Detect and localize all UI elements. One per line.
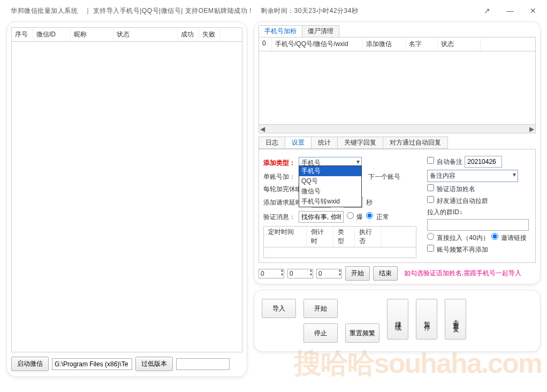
col-add: 添加微信 — [363, 37, 406, 51]
timer-table[interactable]: 定时时间 倒计时 类型 执行否 — [263, 226, 416, 258]
accounts-table[interactable]: 序号 微信ID 昵称 状态 成功 失败 — [11, 27, 242, 352]
big-start-button[interactable]: 开始 — [303, 299, 338, 318]
continue-button[interactable]: 继续 — [387, 299, 408, 340]
bottom-card: 导入 开始 停止 重置频繁 继续 暂停 去重复 — [254, 290, 541, 352]
left-panel: 序号 微信ID 昵称 状态 成功 失败 启动微信 过低版本 — [6, 21, 247, 377]
col-number: 手机号/QQ号/微信号/wxid — [272, 37, 363, 51]
path-input[interactable] — [52, 358, 132, 370]
horizontal-scrollbar[interactable]: ◀▶ — [259, 124, 535, 133]
big-stop-button[interactable]: 停止 — [303, 323, 338, 343]
subtab-settings[interactable]: 设置 — [285, 137, 312, 149]
reset-freq-button[interactable]: 重置频繁 — [345, 323, 379, 343]
verify-input[interactable] — [299, 211, 344, 223]
col-seq: 序号 — [12, 28, 33, 41]
opt-qq[interactable]: QQ号 — [299, 176, 361, 186]
bar-end-button[interactable]: 结束 — [373, 266, 398, 281]
tab-zombie[interactable]: 僵尸清理 — [302, 25, 339, 37]
subtab-log[interactable]: 日志 — [259, 137, 285, 149]
targets-table[interactable]: 0 手机号/QQ号/微信号/wxid 添加微信 名字 状态 ◀▶ — [259, 37, 536, 133]
col-ok: 成功 — [178, 28, 199, 41]
type-label: 添加类型： — [263, 159, 295, 168]
col-nick: 昵称 — [71, 28, 113, 41]
top-card: 手机号加粉 僵尸清理 0 手机号/QQ号/微信号/wxid 添加微信 名字 状态… — [254, 21, 541, 284]
opt-wxid[interactable]: 微信号 — [299, 186, 361, 197]
subtab-keyword[interactable]: 关键字回复 — [337, 137, 383, 149]
next-account-label: 下一个账号 — [368, 172, 400, 182]
opt-phone2wxid[interactable]: 手机号转wxid — [299, 197, 361, 207]
col-fail: 失败 — [199, 28, 221, 41]
direct-pull-radio[interactable]: 直接拉入（40内） — [427, 233, 489, 243]
per-account-label: 单账号加： — [263, 172, 295, 182]
col-state: 状态 — [113, 28, 178, 41]
col-wxid: 微信ID — [33, 28, 71, 41]
titlebar: 华邦微信批量加人系统 ｜ 支持导入手机号|QQ号|微信号| 支持OEM贴牌陆成功… — [0, 0, 547, 21]
spin-1[interactable]: 0 — [259, 269, 284, 278]
remark-content-select[interactable]: 备注内容 — [427, 170, 518, 182]
subtab-stats[interactable]: 统计 — [311, 137, 338, 149]
freq-stop-check[interactable]: 账号频繁不再添加 — [427, 245, 488, 254]
tab-phone-add[interactable]: 手机号加粉 — [259, 25, 302, 37]
dedup-button[interactable]: 去重复 — [445, 299, 466, 340]
group-id-label: 拉入的群ID↓ — [427, 208, 462, 217]
auto-group-check[interactable]: 好友通过自动拉群 — [427, 196, 488, 206]
close-icon[interactable]: ✕ — [530, 6, 536, 15]
rest-label: 每轮加完休眠 — [263, 185, 302, 194]
verify-name-check[interactable]: 验证语加姓名 — [427, 184, 475, 194]
type-dropdown[interactable]: 手机号 QQ号 微信号 手机号转wxid — [299, 165, 362, 207]
expand-icon[interactable]: ↗ — [484, 6, 490, 15]
spin-3[interactable]: 0 — [316, 269, 342, 278]
old-version-button[interactable]: 过低版本 — [135, 357, 173, 371]
window-controls: ↗ — ✕ — [484, 6, 536, 15]
bar-start-button[interactable]: 开始 — [345, 266, 370, 281]
radio-bao[interactable]: 爆 — [347, 212, 363, 222]
extra-input[interactable] — [176, 358, 230, 370]
start-wechat-button[interactable]: 启动微信 — [11, 357, 49, 371]
import-button[interactable]: 导入 — [262, 299, 296, 318]
invite-link-radio[interactable]: 邀请链接 — [491, 233, 527, 243]
radio-normal[interactable]: 正常 — [366, 212, 389, 222]
window-title: 华邦微信批量加人系统 ｜ 支持导入手机号|QQ号|微信号| 支持OEM贴牌陆成功… — [11, 6, 484, 16]
pink-note: 如勾选验证语加姓名,需跟手机号一起导入 — [404, 269, 521, 278]
auto-remark-check[interactable]: 自动备注 — [427, 157, 462, 167]
opt-phone[interactable]: 手机号 — [299, 166, 361, 176]
group-id-input[interactable] — [427, 219, 529, 231]
remark-date-input[interactable] — [465, 156, 502, 168]
pause-button[interactable]: 暂停 — [416, 299, 437, 340]
subtab-autoreply[interactable]: 对方通过自动回复 — [383, 137, 448, 149]
spin-2[interactable]: 0 — [287, 269, 313, 278]
verify-label: 验证消息： — [263, 213, 295, 222]
col-idx: 0 — [259, 37, 272, 51]
minimize-icon[interactable]: — — [506, 6, 514, 15]
col-name: 名字 — [406, 37, 438, 51]
sec-label: 秒 — [366, 198, 373, 207]
col-state2: 状态 — [438, 37, 481, 51]
